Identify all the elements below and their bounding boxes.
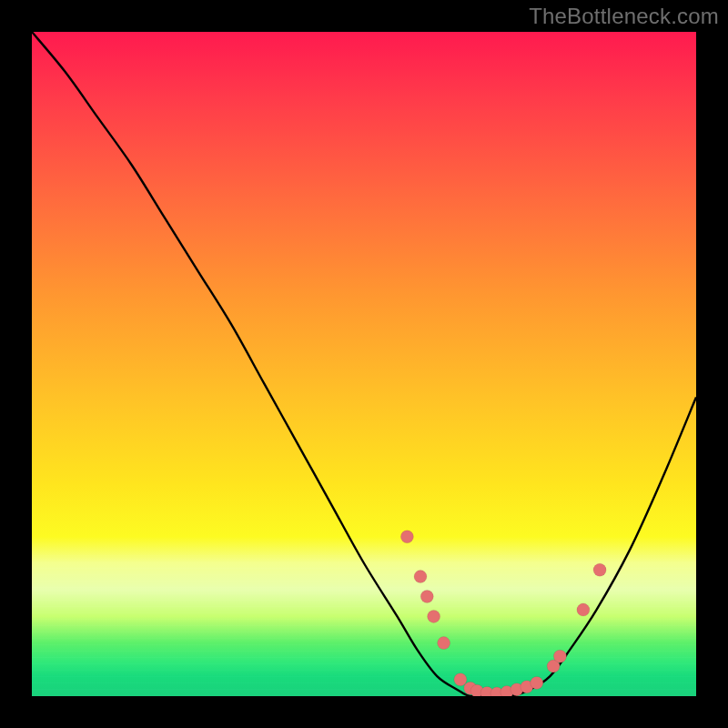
scatter-dot [400, 531, 413, 543]
scatter-dot [593, 563, 606, 576]
curve-layer [32, 32, 696, 696]
scatter-dot [420, 591, 433, 603]
plot-area [32, 32, 696, 696]
watermark-label: TheBottleneck.com [529, 4, 719, 29]
scatter-dot [428, 610, 440, 622]
scatter-dot [454, 673, 467, 686]
scatter-dot [414, 571, 427, 583]
chart-stage: TheBottleneck.com [0, 0, 728, 728]
scatter-dot [531, 676, 543, 689]
scatter-dot [553, 650, 566, 662]
bottleneck-curve [32, 32, 696, 696]
scatter-dot [438, 637, 450, 650]
scatter-dot [577, 603, 590, 616]
